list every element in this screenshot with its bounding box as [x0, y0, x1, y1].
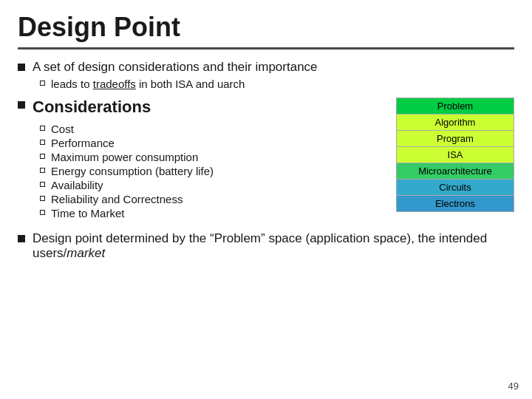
bullet-section-2: Considerations Cost Performance Maximum … — [18, 98, 514, 221]
sub-bullet-2-1: Cost — [40, 123, 381, 135]
stack-row-circuits: Circuits — [397, 180, 514, 196]
stack-row-program: Program — [397, 131, 514, 147]
sub-bullet-2-2-text: Performance — [51, 137, 115, 149]
sub-bullet-2-5-text: Availability — [51, 179, 103, 191]
sub-square-2-2 — [40, 140, 45, 145]
sub-bullet-2-6: Reliability and Correctness — [40, 193, 381, 205]
sub-bullet-2-4: Energy consumption (battery life) — [40, 165, 381, 177]
sub-bullet-2-7-text: Time to Market — [51, 207, 124, 219]
slide-title: Design Point — [18, 12, 514, 50]
sub-bullet-1-1-text: leads to tradeoffs in both ISA and uarch — [51, 78, 245, 90]
sub-bullets-2: Cost Performance Maximum power consumpti… — [40, 123, 381, 219]
bullet-square-2 — [18, 101, 25, 109]
bullet-section-1: A set of design considerations and their… — [18, 60, 514, 90]
stack-cell-program: Program — [397, 131, 514, 147]
main-bullet-1: A set of design considerations and their… — [18, 60, 514, 75]
considerations-left: Considerations Cost Performance Maximum … — [18, 98, 381, 221]
stack-row-algorithm: Algorithm — [397, 115, 514, 131]
stack-cell-algorithm: Algorithm — [397, 115, 514, 131]
stack-row-problem: Problem — [397, 98, 514, 115]
bullet-square-1 — [18, 64, 25, 71]
sub-square-2-7 — [40, 210, 45, 215]
market-italic: market — [66, 246, 105, 260]
sub-bullet-1-1: leads to tradeoffs in both ISA and uarch — [40, 78, 514, 90]
bullet-square-3 — [18, 235, 25, 242]
stack-cell-isa: ISA — [397, 147, 514, 163]
main-bullet-2: Considerations — [18, 98, 381, 120]
sub-bullet-2-5: Availability — [40, 179, 381, 191]
sub-square-2-3 — [40, 154, 45, 159]
tradeoffs-text: tradeoffs — [93, 78, 136, 90]
stack-row-microarch: Microarchitecture — [397, 163, 514, 180]
page-number: 49 — [508, 381, 519, 392]
stack-cell-circuits: Circuits — [397, 180, 514, 196]
sub-bullet-2-3: Maximum power consumption — [40, 151, 381, 163]
sub-bullets-1: leads to tradeoffs in both ISA and uarch — [40, 78, 514, 90]
sub-bullet-2-1-text: Cost — [51, 123, 74, 135]
stack-row-electrons: Electrons — [397, 196, 514, 212]
bullet-1-text: A set of design considerations and their… — [33, 60, 318, 75]
sub-bullet-2-4-text: Energy consumption (battery life) — [51, 165, 214, 177]
stack-cell-electrons: Electrons — [397, 196, 514, 212]
bullet-section-3: Design point determined by the “Problem”… — [18, 231, 514, 261]
sub-bullet-2-2: Performance — [40, 137, 381, 149]
sub-square-2-1 — [40, 126, 45, 131]
sub-bullet-2-6-text: Reliability and Correctness — [51, 193, 183, 205]
stack-cell-problem: Problem — [397, 98, 514, 115]
sub-square-2-6 — [40, 196, 45, 201]
slide: Design Point A set of design considerati… — [0, 0, 532, 399]
sub-square-1-1 — [40, 81, 45, 86]
stack-cell-microarch: Microarchitecture — [397, 163, 514, 180]
considerations-title: Considerations — [33, 98, 151, 117]
sub-bullet-2-3-text: Maximum power consumption — [51, 151, 198, 163]
sub-square-2-5 — [40, 182, 45, 187]
stack-row-isa: ISA — [397, 147, 514, 163]
stack-table: Problem Algorithm Program ISA Microarchi… — [396, 98, 514, 212]
sub-square-2-4 — [40, 168, 45, 173]
main-bullet-3: Design point determined by the “Problem”… — [18, 231, 514, 261]
sub-bullet-2-7: Time to Market — [40, 207, 381, 219]
bullet-3-text: Design point determined by the “Problem”… — [33, 231, 514, 261]
